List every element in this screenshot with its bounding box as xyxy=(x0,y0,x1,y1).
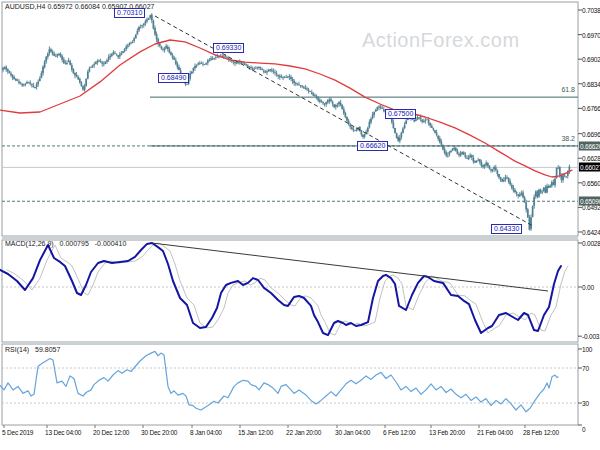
price-axis-label: 0.64240 xyxy=(582,228,600,235)
level-price-badge: 0.66620 xyxy=(579,141,600,150)
price-axis-label: 0.68340 xyxy=(582,80,600,87)
moving-average-line xyxy=(0,40,572,177)
macd-main-line xyxy=(0,243,561,335)
rsi-axis-label: 30 xyxy=(582,400,589,407)
level-price-badge: 0.65090 xyxy=(579,197,600,206)
time-axis-label: 6 Feb 12:00 xyxy=(383,429,416,436)
rsi-axis-label: 100 xyxy=(582,346,592,353)
rsi-value: 59.8057 xyxy=(35,346,60,353)
time-axis-label: 22 Jan 20:00 xyxy=(286,429,321,436)
price-axis-label: 0.70380 xyxy=(582,7,600,14)
macd-header: MACD(12,26,9) 0.000795 -0.000410 xyxy=(5,240,130,247)
fib-level-label: 38.2 xyxy=(561,134,575,141)
price-axis-label: 0.66280 xyxy=(582,155,600,162)
time-axis-label: 13 Feb 20:00 xyxy=(429,429,465,436)
macd-title: MACD(12,26,9) xyxy=(5,240,54,247)
time-axis-label: 30 Jan 04:00 xyxy=(335,429,370,436)
rsi-title: RSI(14) xyxy=(5,346,29,353)
macd-axis-label: -0.003141 xyxy=(582,333,600,340)
last-price-badge: 0.66027 xyxy=(579,163,600,172)
macd-value-main: 0.000795 xyxy=(60,240,89,247)
time-axis-label: 20 Dec 12:00 xyxy=(93,429,129,436)
rsi-axis-label: 70 xyxy=(582,365,589,372)
price-axis-label: 0.66960 xyxy=(582,130,600,137)
time-axis-label: 13 Dec 04:00 xyxy=(45,429,81,436)
macd-trendline xyxy=(152,243,548,291)
panel-separator xyxy=(2,342,578,344)
macd-axis-label: 0.00281 xyxy=(582,240,600,247)
rsi-axis-label: 0 xyxy=(582,426,585,433)
macd-signal-line xyxy=(7,243,568,335)
price-annotation-box: 0.67500 xyxy=(385,109,416,119)
price-annotation-box: 0.64330 xyxy=(491,224,522,234)
time-axis-label: 30 Dec 20:00 xyxy=(141,429,177,436)
price-axis-label: 0.67660 xyxy=(582,105,600,112)
fib-level-label: 61.8 xyxy=(561,86,575,93)
macd-value-signal: -0.000410 xyxy=(95,240,127,247)
price-annotation-box: 0.70310 xyxy=(114,8,145,18)
time-axis-label: 28 Feb 12:00 xyxy=(523,429,559,436)
macd-axis-label: 0.00 xyxy=(582,284,594,291)
time-axis-label: 21 Feb 04:00 xyxy=(477,429,513,436)
time-axis-label: 8 Jan 04:00 xyxy=(190,429,222,436)
price-axis-label: 0.65600 xyxy=(582,179,600,186)
time-axis-label: 5 Dec 2019 xyxy=(2,429,33,436)
chart-window: AUDUSD,H4 0.65972 0.66084 0.65907 0.6602… xyxy=(0,0,600,450)
price-annotation-box: 0.69330 xyxy=(213,43,244,53)
rsi-panel-frame xyxy=(2,344,578,425)
rsi-header: RSI(14) 59.8057 xyxy=(5,346,64,353)
price-annotation-box: 0.68490 xyxy=(158,73,189,83)
price-annotation-box: 0.66620 xyxy=(357,141,388,151)
price-axis-label: 0.69700 xyxy=(582,31,600,38)
time-axis-label: 15 Jan 12:00 xyxy=(238,429,273,436)
watermark: ActionForex.com xyxy=(362,29,520,52)
price-axis-label: 0.69020 xyxy=(582,56,600,63)
